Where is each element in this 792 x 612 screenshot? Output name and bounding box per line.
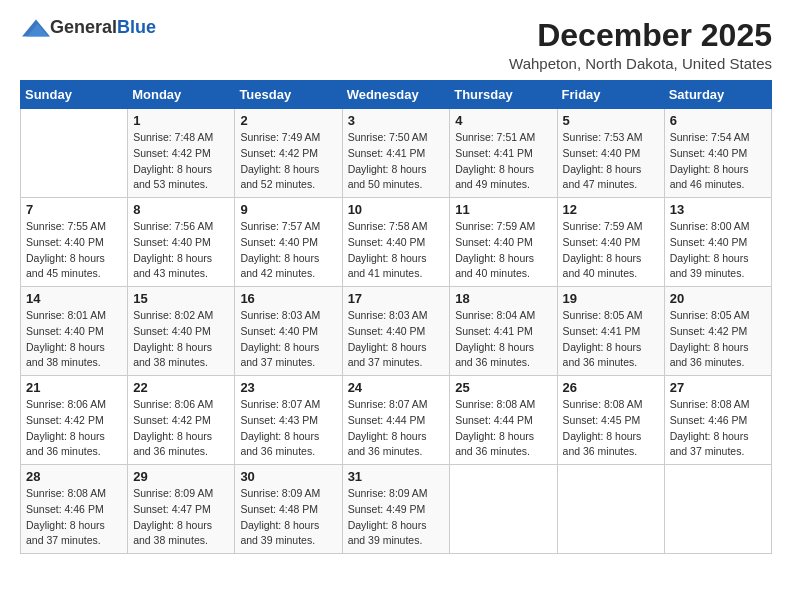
day-number: 3 [348, 113, 445, 128]
day-info: Sunrise: 8:08 AMSunset: 4:45 PMDaylight:… [563, 397, 659, 460]
day-number: 20 [670, 291, 766, 306]
col-monday: Monday [128, 81, 235, 109]
calendar-cell-w1-d6: 5Sunrise: 7:53 AMSunset: 4:40 PMDaylight… [557, 109, 664, 198]
calendar-cell-w3-d6: 19Sunrise: 8:05 AMSunset: 4:41 PMDayligh… [557, 287, 664, 376]
day-info: Sunrise: 7:50 AMSunset: 4:41 PMDaylight:… [348, 130, 445, 193]
day-info: Sunrise: 8:01 AMSunset: 4:40 PMDaylight:… [26, 308, 122, 371]
calendar-cell-w1-d4: 3Sunrise: 7:50 AMSunset: 4:41 PMDaylight… [342, 109, 450, 198]
day-number: 4 [455, 113, 551, 128]
calendar-cell-w2-d3: 9Sunrise: 7:57 AMSunset: 4:40 PMDaylight… [235, 198, 342, 287]
day-number: 19 [563, 291, 659, 306]
day-info: Sunrise: 8:09 AMSunset: 4:48 PMDaylight:… [240, 486, 336, 549]
day-info: Sunrise: 7:54 AMSunset: 4:40 PMDaylight:… [670, 130, 766, 193]
calendar-cell-w4-d3: 23Sunrise: 8:07 AMSunset: 4:43 PMDayligh… [235, 376, 342, 465]
day-number: 17 [348, 291, 445, 306]
day-info: Sunrise: 7:58 AMSunset: 4:40 PMDaylight:… [348, 219, 445, 282]
day-info: Sunrise: 8:05 AMSunset: 4:41 PMDaylight:… [563, 308, 659, 371]
calendar-cell-w5-d3: 30Sunrise: 8:09 AMSunset: 4:48 PMDayligh… [235, 465, 342, 554]
calendar-cell-w1-d3: 2Sunrise: 7:49 AMSunset: 4:42 PMDaylight… [235, 109, 342, 198]
calendar-header-row: Sunday Monday Tuesday Wednesday Thursday… [21, 81, 772, 109]
day-number: 21 [26, 380, 122, 395]
location-title: Wahpeton, North Dakota, United States [509, 55, 772, 72]
day-number: 15 [133, 291, 229, 306]
day-number: 10 [348, 202, 445, 217]
calendar-cell-w5-d7 [664, 465, 771, 554]
day-number: 27 [670, 380, 766, 395]
col-wednesday: Wednesday [342, 81, 450, 109]
calendar-week-3: 14Sunrise: 8:01 AMSunset: 4:40 PMDayligh… [21, 287, 772, 376]
calendar-cell-w4-d4: 24Sunrise: 8:07 AMSunset: 4:44 PMDayligh… [342, 376, 450, 465]
calendar-cell-w5-d1: 28Sunrise: 8:08 AMSunset: 4:46 PMDayligh… [21, 465, 128, 554]
calendar-cell-w1-d5: 4Sunrise: 7:51 AMSunset: 4:41 PMDaylight… [450, 109, 557, 198]
day-info: Sunrise: 8:07 AMSunset: 4:43 PMDaylight:… [240, 397, 336, 460]
day-info: Sunrise: 8:09 AMSunset: 4:49 PMDaylight:… [348, 486, 445, 549]
day-number: 7 [26, 202, 122, 217]
day-info: Sunrise: 7:48 AMSunset: 4:42 PMDaylight:… [133, 130, 229, 193]
logo: GeneralBlue [20, 18, 156, 38]
calendar-cell-w2-d2: 8Sunrise: 7:56 AMSunset: 4:40 PMDaylight… [128, 198, 235, 287]
day-info: Sunrise: 7:49 AMSunset: 4:42 PMDaylight:… [240, 130, 336, 193]
logo-icon [22, 19, 50, 37]
calendar-cell-w3-d5: 18Sunrise: 8:04 AMSunset: 4:41 PMDayligh… [450, 287, 557, 376]
day-number: 24 [348, 380, 445, 395]
calendar-cell-w4-d6: 26Sunrise: 8:08 AMSunset: 4:45 PMDayligh… [557, 376, 664, 465]
month-title: December 2025 [509, 18, 772, 53]
calendar-table: Sunday Monday Tuesday Wednesday Thursday… [20, 80, 772, 554]
calendar-cell-w3-d7: 20Sunrise: 8:05 AMSunset: 4:42 PMDayligh… [664, 287, 771, 376]
calendar-cell-w3-d4: 17Sunrise: 8:03 AMSunset: 4:40 PMDayligh… [342, 287, 450, 376]
day-info: Sunrise: 8:03 AMSunset: 4:40 PMDaylight:… [240, 308, 336, 371]
calendar-cell-w5-d5 [450, 465, 557, 554]
calendar-cell-w5-d6 [557, 465, 664, 554]
day-number: 31 [348, 469, 445, 484]
calendar-cell-w3-d2: 15Sunrise: 8:02 AMSunset: 4:40 PMDayligh… [128, 287, 235, 376]
calendar-cell-w5-d4: 31Sunrise: 8:09 AMSunset: 4:49 PMDayligh… [342, 465, 450, 554]
day-info: Sunrise: 8:00 AMSunset: 4:40 PMDaylight:… [670, 219, 766, 282]
day-number: 13 [670, 202, 766, 217]
calendar-cell-w1-d7: 6Sunrise: 7:54 AMSunset: 4:40 PMDaylight… [664, 109, 771, 198]
day-info: Sunrise: 8:03 AMSunset: 4:40 PMDaylight:… [348, 308, 445, 371]
day-info: Sunrise: 7:51 AMSunset: 4:41 PMDaylight:… [455, 130, 551, 193]
day-number: 16 [240, 291, 336, 306]
calendar-cell-w2-d7: 13Sunrise: 8:00 AMSunset: 4:40 PMDayligh… [664, 198, 771, 287]
day-info: Sunrise: 8:08 AMSunset: 4:44 PMDaylight:… [455, 397, 551, 460]
calendar-cell-w3-d3: 16Sunrise: 8:03 AMSunset: 4:40 PMDayligh… [235, 287, 342, 376]
calendar-week-2: 7Sunrise: 7:55 AMSunset: 4:40 PMDaylight… [21, 198, 772, 287]
day-info: Sunrise: 8:05 AMSunset: 4:42 PMDaylight:… [670, 308, 766, 371]
calendar-cell-w2-d6: 12Sunrise: 7:59 AMSunset: 4:40 PMDayligh… [557, 198, 664, 287]
calendar-cell-w4-d1: 21Sunrise: 8:06 AMSunset: 4:42 PMDayligh… [21, 376, 128, 465]
day-number: 18 [455, 291, 551, 306]
day-info: Sunrise: 7:53 AMSunset: 4:40 PMDaylight:… [563, 130, 659, 193]
day-info: Sunrise: 7:55 AMSunset: 4:40 PMDaylight:… [26, 219, 122, 282]
day-info: Sunrise: 8:08 AMSunset: 4:46 PMDaylight:… [26, 486, 122, 549]
calendar-cell-w2-d5: 11Sunrise: 7:59 AMSunset: 4:40 PMDayligh… [450, 198, 557, 287]
day-number: 28 [26, 469, 122, 484]
calendar-cell-w2-d1: 7Sunrise: 7:55 AMSunset: 4:40 PMDaylight… [21, 198, 128, 287]
day-info: Sunrise: 8:04 AMSunset: 4:41 PMDaylight:… [455, 308, 551, 371]
day-info: Sunrise: 8:06 AMSunset: 4:42 PMDaylight:… [133, 397, 229, 460]
calendar-cell-w2-d4: 10Sunrise: 7:58 AMSunset: 4:40 PMDayligh… [342, 198, 450, 287]
logo-blue: Blue [117, 17, 156, 37]
calendar-week-5: 28Sunrise: 8:08 AMSunset: 4:46 PMDayligh… [21, 465, 772, 554]
col-thursday: Thursday [450, 81, 557, 109]
day-info: Sunrise: 8:02 AMSunset: 4:40 PMDaylight:… [133, 308, 229, 371]
col-friday: Friday [557, 81, 664, 109]
logo-text: GeneralBlue [50, 18, 156, 38]
header: GeneralBlue December 2025 Wahpeton, Nort… [20, 18, 772, 72]
day-number: 2 [240, 113, 336, 128]
day-info: Sunrise: 7:59 AMSunset: 4:40 PMDaylight:… [563, 219, 659, 282]
day-info: Sunrise: 7:59 AMSunset: 4:40 PMDaylight:… [455, 219, 551, 282]
day-number: 26 [563, 380, 659, 395]
title-area: December 2025 Wahpeton, North Dakota, Un… [509, 18, 772, 72]
day-number: 29 [133, 469, 229, 484]
day-number: 8 [133, 202, 229, 217]
day-info: Sunrise: 8:08 AMSunset: 4:46 PMDaylight:… [670, 397, 766, 460]
day-number: 30 [240, 469, 336, 484]
day-number: 14 [26, 291, 122, 306]
calendar-cell-w4-d7: 27Sunrise: 8:08 AMSunset: 4:46 PMDayligh… [664, 376, 771, 465]
day-number: 6 [670, 113, 766, 128]
calendar-cell-w4-d2: 22Sunrise: 8:06 AMSunset: 4:42 PMDayligh… [128, 376, 235, 465]
calendar-cell-w3-d1: 14Sunrise: 8:01 AMSunset: 4:40 PMDayligh… [21, 287, 128, 376]
day-number: 25 [455, 380, 551, 395]
logo-general: General [50, 17, 117, 37]
col-tuesday: Tuesday [235, 81, 342, 109]
